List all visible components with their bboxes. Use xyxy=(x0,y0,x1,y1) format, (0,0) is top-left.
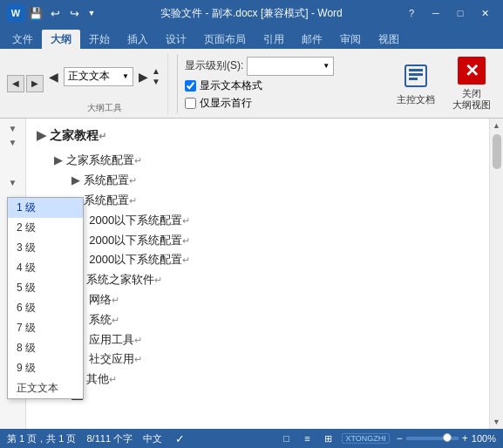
tab-home[interactable]: 开始 xyxy=(80,30,119,49)
outline-level-dropdown: 1 级 2 级 3 级 4 级 5 级 6 级 7 级 8 级 9 级 正文文本 xyxy=(7,197,84,399)
line-4: ▶ 系统配置↵ xyxy=(37,192,479,210)
qat-redo[interactable]: ↪ xyxy=(66,5,82,21)
ribbon-content: ◀ ▶ ◀ 正文文本 ▼ ▶ ▲ ▼ 大纲工具 显示级别(S): ▼ xyxy=(0,49,503,119)
close-outline-icon: ✕ xyxy=(456,56,487,87)
outline-level-value: 正文文本 xyxy=(68,69,110,84)
tab-view[interactable]: 视图 xyxy=(370,30,408,49)
text-7: 5、2000以下系统配置 xyxy=(71,251,182,269)
zoom-area: − + 100% xyxy=(397,432,496,445)
svg-rect-3 xyxy=(409,78,418,80)
show-text-format-checkbox[interactable] xyxy=(185,80,196,92)
text-4: 系统配置 xyxy=(84,192,129,210)
line-10: 2、系统↵ xyxy=(37,311,479,329)
view-mode-outline[interactable]: ⊞ xyxy=(321,431,335,445)
tab-review[interactable]: 审阅 xyxy=(331,30,370,49)
qat-dropdown[interactable]: ▼ xyxy=(85,5,98,21)
title-bar: W 💾 ↩ ↪ ▼ 实验文件 - 副本.docx [兼容模式] - Word ?… xyxy=(0,0,503,26)
text-2: 之家系统配置 xyxy=(66,152,134,170)
help-button[interactable]: ? xyxy=(400,4,423,22)
nav-down-arrow[interactable]: ▶ xyxy=(26,75,44,92)
dropdown-arrow-icon: ▼ xyxy=(122,72,129,80)
view-mode-print[interactable]: □ xyxy=(279,431,293,445)
dropdown-item-5[interactable]: 5 级 xyxy=(8,278,83,298)
close-button[interactable]: ✕ xyxy=(473,4,496,22)
view-mode-web[interactable]: ≡ xyxy=(300,431,314,445)
zoom-in-button[interactable]: + xyxy=(462,432,468,445)
show-first-line-label: 仅显示首行 xyxy=(200,96,252,111)
qat-undo[interactable]: ↩ xyxy=(47,5,63,21)
collapse-arrow-3[interactable]: ▼ xyxy=(7,176,19,188)
show-first-line-checkbox[interactable] xyxy=(185,98,196,109)
show-level-row: 显示级别(S): ▼ xyxy=(185,57,334,76)
collapse-arrow-2[interactable]: ▼ xyxy=(7,136,19,148)
tab-insert[interactable]: 插入 xyxy=(119,30,157,49)
text-1: 之家教程 xyxy=(50,126,99,145)
tab-layout[interactable]: 页面布局 xyxy=(195,30,255,49)
minimize-button[interactable]: ─ xyxy=(425,4,447,22)
text-5: 3、2000以下系统配置 xyxy=(71,212,182,230)
text-3: 系统配置 xyxy=(84,172,129,190)
show-level-area: 显示级别(S): ▼ 显示文本格式 仅显示首行 xyxy=(177,54,334,113)
scroll-up-button[interactable]: ▲ xyxy=(491,119,503,132)
spell-check-icon[interactable]: ✓ xyxy=(173,431,187,445)
document-content[interactable]: ▶ 之家教程↵ ▶ 之家系统配置↵ ▶ 系统配置↵ ▶ 系统配置↵ 3、2000… xyxy=(26,119,489,429)
scroll-down-button[interactable]: ▼ xyxy=(491,415,503,429)
scroll-thumb[interactable] xyxy=(493,134,501,169)
dropdown-item-body[interactable]: 正文文本 xyxy=(8,378,83,398)
outline-level-select[interactable]: 正文文本 ▼ xyxy=(64,67,133,86)
svg-rect-2 xyxy=(409,73,423,76)
brand-logo: XTONGZHI xyxy=(342,433,389,444)
svg-rect-1 xyxy=(409,69,423,71)
show-level-label: 显示级别(S): xyxy=(185,58,243,73)
window-title: 实验文件 - 副本.docx [兼容模式] - Word xyxy=(160,6,342,21)
line-11: 3、应用工具↵ xyxy=(37,331,479,350)
dropdown-item-7[interactable]: 7 级 xyxy=(8,318,83,338)
tab-mailings[interactable]: 邮件 xyxy=(293,30,331,49)
promote-button[interactable]: ◀ xyxy=(49,70,58,84)
word-icon: W xyxy=(7,4,24,22)
master-doc-button[interactable]: 主控文档 xyxy=(391,55,440,112)
move-down-button[interactable]: ▼ xyxy=(152,77,160,86)
dropdown-item-1[interactable]: 1 级 xyxy=(8,198,83,218)
status-left: 第 1 页，共 1 页 8/111 个字 中文 ✓ xyxy=(7,431,187,445)
tab-file[interactable]: 文件 xyxy=(3,30,42,49)
nav-up-arrow[interactable]: ◀ xyxy=(7,75,24,92)
qat-save[interactable]: 💾 xyxy=(28,5,44,21)
zoom-slider-thumb[interactable] xyxy=(443,433,452,442)
main-area: ▼ ▼ ▼ ○ ○ ▶ 之家教程↵ ▶ 之家系统配置↵ ▶ 系统配置↵ ▶ 系统… xyxy=(0,119,503,429)
dropdown-item-4[interactable]: 4 级 xyxy=(8,258,83,278)
line-1: ▶ 之家教程↵ xyxy=(37,126,479,145)
collapse-arrow-1[interactable]: ▼ xyxy=(7,122,19,134)
dropdown-item-2[interactable]: 2 级 xyxy=(8,218,83,238)
vertical-scrollbar[interactable]: ▲ ▼ xyxy=(489,119,503,429)
dropdown-item-9[interactable]: 9 级 xyxy=(8,358,83,378)
dropdown-item-3[interactable]: 3 级 xyxy=(8,238,83,258)
move-up-button[interactable]: ▲ xyxy=(152,66,160,76)
lang-indicator: 中文 xyxy=(143,432,162,445)
line-6: 4、2000以下系统配置↵ xyxy=(37,232,479,250)
tab-outline[interactable]: 大纲 xyxy=(42,30,80,49)
tab-references[interactable]: 引用 xyxy=(255,30,293,49)
tab-design[interactable]: 设计 xyxy=(157,30,195,49)
demote-button[interactable]: ▶ xyxy=(139,70,148,84)
show-text-format-label: 显示文本格式 xyxy=(200,78,262,93)
outline-level-group: ◀ 正文文本 ▼ ▶ ▲ ▼ 大纲工具 xyxy=(49,53,168,114)
show-first-line-row: 仅显示首行 xyxy=(185,96,334,111)
line-14: — xyxy=(37,390,479,409)
zoom-out-button[interactable]: − xyxy=(397,432,403,445)
zoom-level: 100% xyxy=(472,433,496,444)
status-right: □ ≡ ⊞ XTONGZHI − + 100% xyxy=(279,431,496,445)
right-buttons: 主控文档 ✕ 关闭大纲视图 xyxy=(391,55,496,112)
bullet-2: ▶ xyxy=(54,152,63,170)
close-outline-button[interactable]: ✕ 关闭大纲视图 xyxy=(447,55,496,112)
dropdown-item-6[interactable]: 6 级 xyxy=(8,298,83,318)
line-2: ▶ 之家系统配置↵ xyxy=(37,152,479,170)
bullet-1: ▶ xyxy=(37,126,46,145)
outline-tools-label: 大纲工具 xyxy=(49,100,160,114)
show-level-dropdown[interactable]: ▼ xyxy=(247,57,334,76)
zoom-slider[interactable] xyxy=(406,437,459,440)
dropdown-item-8[interactable]: 8 级 xyxy=(8,338,83,358)
line-13: ○ 四、 其他↵ xyxy=(37,370,479,389)
maximize-button[interactable]: □ xyxy=(449,4,472,22)
title-bar-left: W 💾 ↩ ↪ ▼ xyxy=(7,4,98,22)
